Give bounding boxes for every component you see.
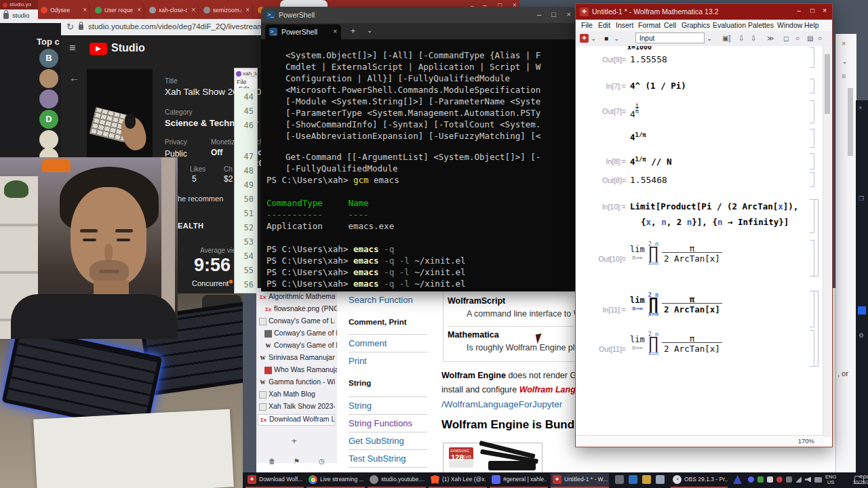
scrollbar-thumb[interactable] xyxy=(848,88,853,156)
more-tools-icon[interactable]: ≫ xyxy=(767,33,774,43)
cloud-icon[interactable]: ○ xyxy=(795,33,800,43)
app-icon[interactable] xyxy=(629,475,637,484)
gear-icon[interactable]: ⚙ xyxy=(859,332,864,339)
menu-palettes[interactable]: Palettes xyxy=(748,21,774,29)
cell-bracket[interactable] xyxy=(810,172,814,187)
bookmark-item[interactable]: ΣxAlgorithmic Mathematical / xyxy=(258,292,335,304)
documentation-icon[interactable]: ▤ xyxy=(807,33,813,43)
cell-group-bracket[interactable] xyxy=(814,291,818,367)
taskbar-button-mathematica[interactable]: ✦ Untitled-1 * - W... xyxy=(551,473,609,488)
emacs-window[interactable]: xah_ta File Edit 44 45 46 47 48 49 50 51… xyxy=(234,68,258,293)
nav-link-string-functions[interactable]: String Functions xyxy=(349,418,429,428)
maximize-button[interactable]: □ xyxy=(551,10,556,18)
zoom-level[interactable]: 170% xyxy=(798,437,814,445)
menu-evaluation[interactable]: Evaluation xyxy=(713,21,746,29)
menu-format[interactable]: Format xyxy=(638,21,660,29)
tab-close-icon[interactable]: × xyxy=(83,6,87,14)
avatar[interactable]: B xyxy=(39,49,58,68)
tray-volume-icon[interactable] xyxy=(805,476,811,483)
panel-menu-icon[interactable]: ≡ xyxy=(842,72,846,80)
tray-icon[interactable] xyxy=(767,476,773,483)
menu-graphics[interactable]: Graphics xyxy=(682,21,710,29)
nav-link-test-substring[interactable]: Test SubString xyxy=(349,453,429,464)
tray-discord-icon[interactable] xyxy=(748,476,754,483)
tray-network-icon[interactable] xyxy=(795,476,802,483)
tray-mic-icon[interactable] xyxy=(786,476,792,483)
bookmark-item[interactable]: Who Was Ramanujan?— xyxy=(258,365,340,377)
add-bookmark-button[interactable]: + xyxy=(292,436,297,446)
dropdown-icon[interactable]: ⌄ xyxy=(614,33,619,43)
hamburger-menu-icon[interactable]: ≡ xyxy=(69,42,75,54)
dropdown-icon[interactable]: ⌄ xyxy=(591,33,596,43)
panel-collapse-icon[interactable]: ⌄ xyxy=(842,57,848,66)
cell-style-dropdown[interactable]: Input xyxy=(635,33,705,43)
mathematica-title-bar[interactable]: ✦ Untitled-1 * - Wolfram Mathematica 13.… xyxy=(576,4,832,20)
cell-bracket[interactable] xyxy=(810,79,814,94)
bookmark-item[interactable]: WGamma function - Wikiped xyxy=(258,378,335,389)
tab-xah-close[interactable]: xah-close-cur × xyxy=(145,2,199,19)
scrollbar-thumb[interactable] xyxy=(825,54,830,114)
tray-icon[interactable] xyxy=(776,476,783,483)
taskbar-button-live-streaming[interactable]: Live streaming ... xyxy=(307,473,365,488)
panel-close-icon[interactable]: × xyxy=(842,39,846,47)
accent-tile[interactable] xyxy=(858,306,866,314)
tab-close-icon[interactable]: × xyxy=(137,6,141,14)
minimize-button[interactable]: – xyxy=(537,10,541,18)
new-tab-icon[interactable]: + xyxy=(351,26,355,36)
bookmark-item[interactable]: Σxflowsnake.png (PNG Ima xyxy=(258,304,340,316)
tab-semizoom[interactable]: semizoom.gif × xyxy=(199,2,253,19)
cell-group-bracket[interactable] xyxy=(814,199,818,277)
new-cell-icon[interactable]: ✦ xyxy=(580,34,589,43)
active-tab-top[interactable] xyxy=(280,0,328,7)
tab-odysee[interactable]: Odysee × xyxy=(37,2,90,19)
taskbar-button-obs[interactable]: ◔ OBS 29.1.3 - Pr... xyxy=(671,473,728,488)
flag-icon[interactable]: ⚑ xyxy=(294,458,300,465)
powershell-title-bar[interactable]: >_ PowerShell – □ × xyxy=(261,7,576,23)
close-button[interactable]: × xyxy=(823,7,827,14)
nav-link-print[interactable]: Print xyxy=(349,356,429,366)
tab-close-icon[interactable]: × xyxy=(333,28,337,35)
app-icon[interactable] xyxy=(656,475,665,484)
tray-icon[interactable] xyxy=(733,475,742,484)
tab-close-icon[interactable]: × xyxy=(191,6,195,14)
menu-file[interactable]: File xyxy=(581,21,593,29)
cell-bracket[interactable] xyxy=(810,100,814,123)
chat-window-tab[interactable]: studio.yo xyxy=(0,0,38,9)
tray-icon[interactable] xyxy=(757,476,764,483)
nav-link-search-function[interactable]: Search Function xyxy=(349,295,429,305)
taskbar-button-brave[interactable]: (1) Xah Lee (@x... xyxy=(429,473,487,488)
app-icon[interactable] xyxy=(615,475,624,484)
notebook[interactable]: x=1000 Out[9]= 1.55558 In[7]:= 4^ (1 / P… xyxy=(576,46,824,437)
tab-user-request[interactable]: User request: S × xyxy=(91,2,144,19)
cell-bracket[interactable] xyxy=(810,47,814,68)
menu-help[interactable]: Help xyxy=(804,21,819,29)
notification-icon[interactable] xyxy=(854,476,864,484)
tab-close-icon[interactable]: × xyxy=(245,6,250,14)
studio-back-icon[interactable]: ← xyxy=(69,72,79,83)
insert-output-icon[interactable]: ⇩ xyxy=(751,33,756,43)
cell-bracket[interactable] xyxy=(810,129,814,148)
avatar[interactable] xyxy=(39,89,58,108)
emacs-menu-file[interactable]: File xyxy=(237,79,247,85)
chat-icon[interactable]: ◻ xyxy=(783,33,789,43)
menu-window[interactable]: Window xyxy=(777,21,802,29)
bookmark-item-selected[interactable]: ΣxDownload Wolfram Langu xyxy=(258,414,335,426)
search-icon[interactable]: ○ xyxy=(818,33,822,43)
menu-edit[interactable]: Edit xyxy=(598,21,610,29)
insert-input-icon[interactable]: ⇩ xyxy=(738,33,744,43)
bookmark-item[interactable]: Xah Talk Show 2023-10-2 xyxy=(258,402,335,413)
avatar[interactable]: D xyxy=(39,110,58,129)
avatar[interactable] xyxy=(39,69,58,88)
menu-insert[interactable]: Insert xyxy=(616,21,633,29)
restore-icon[interactable]: ❐ xyxy=(859,195,864,202)
taskbar-button-download-wolfram[interactable]: ✦ Download Wolf... xyxy=(245,473,304,488)
bookmark-item[interactable]: Conway's Game of Life xyxy=(258,317,335,328)
folder-icon[interactable] xyxy=(642,475,651,484)
bookmark-item[interactable]: WConway's Game of Life - xyxy=(258,341,340,352)
notebook-scrollbar[interactable] xyxy=(823,46,831,437)
fill-swatch-icon[interactable]: ■ xyxy=(604,33,608,43)
dropdown-icon[interactable]: ⌄ xyxy=(707,33,712,43)
cell-bracket[interactable] xyxy=(810,153,814,169)
minimize-button[interactable]: – xyxy=(797,7,801,14)
nav-link-get-substring[interactable]: Get SubString xyxy=(349,436,429,446)
